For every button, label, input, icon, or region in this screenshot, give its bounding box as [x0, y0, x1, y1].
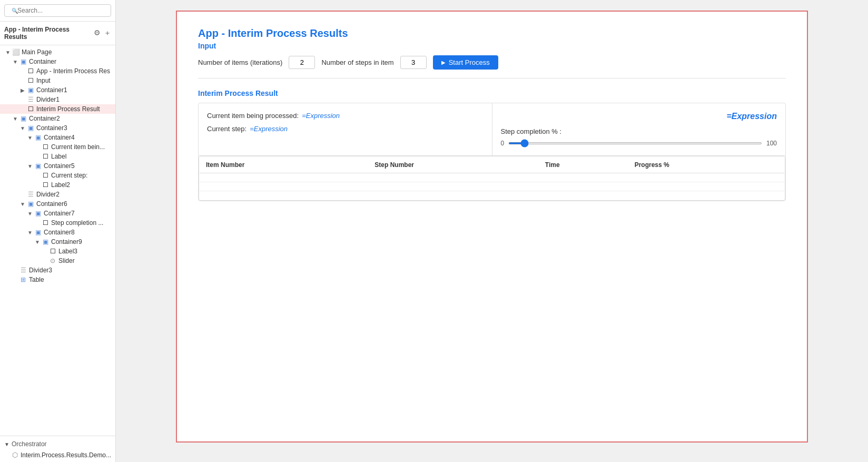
tree-toggle[interactable]: ▼ [26, 211, 34, 217]
tree-item-container2[interactable]: ▼▣Container2 [0, 114, 115, 123]
tree-toggle[interactable]: ▼ [26, 135, 34, 141]
table-row [200, 173, 785, 182]
tree-toggle[interactable]: ▼ [26, 163, 34, 169]
tree-item-divider3[interactable]: ☰Divider3 [0, 266, 115, 275]
tree-item-step-completion[interactable]: ☐Step completion ... [0, 218, 115, 228]
tree-item-container9[interactable]: ▼▣Container9 [0, 237, 115, 247]
page-icon: ⬜ [12, 48, 20, 56]
divider-icon: ☰ [26, 191, 35, 198]
current-item-label: Current item being processed: [207, 112, 299, 120]
tree-item-divider2[interactable]: ☰Divider2 [0, 190, 115, 199]
steps-input[interactable] [400, 56, 427, 69]
interim-right: =Expression Step completion % : 0 100 [492, 103, 786, 155]
tree-item-label: Container5 [44, 162, 75, 170]
tree-toggle[interactable]: ▼ [26, 230, 34, 235]
tree-toggle[interactable]: ▼ [19, 125, 26, 131]
interim-inner: Current item being processed: =Expressio… [199, 103, 785, 156]
tree-item-container6[interactable]: ▼▣Container6 [0, 199, 115, 209]
tree-item-container4[interactable]: ▼▣Container4 [0, 133, 115, 142]
tree-item-label: Current item bein... [51, 143, 105, 151]
text-icon: ☐ [41, 153, 50, 160]
text-icon: ☐ [41, 172, 50, 179]
items-label: Number of items (iterations) [198, 58, 282, 66]
tree-toggle[interactable]: ▼ [12, 116, 19, 122]
tree-item-label2[interactable]: ☐Label2 [0, 180, 115, 190]
tree-item-label: Input [36, 77, 51, 84]
divider-icon: ☰ [26, 96, 35, 103]
orchestrator-header[interactable]: ▼ Orchestrator [0, 438, 115, 450]
text-icon: ☐ [48, 248, 57, 255]
tree-toggle[interactable]: ▼ [19, 201, 26, 207]
tree-item-divider1[interactable]: ☰Divider1 [0, 95, 115, 104]
current-step-label: Current step: [207, 125, 246, 133]
tree-item-input-node[interactable]: ☐Input [0, 76, 115, 85]
slider-max: 100 [766, 140, 777, 147]
tree-item-app-interim[interactable]: ☐App - Interim Process Res [0, 66, 115, 76]
sidebar-header-actions: ⚙ ＋ [94, 28, 111, 38]
interim-section: Current item being processed: =Expressio… [198, 103, 786, 201]
text-icon: ☐ [26, 77, 35, 84]
tree-item-container7[interactable]: ▼▣Container7 [0, 209, 115, 218]
tree-item-label: Container4 [44, 134, 75, 141]
orchestrator-section: ▼ Orchestrator ⬡ Interim.Process.Results… [0, 436, 115, 462]
table-header-row: Item Number Step Number Time Progress % [200, 157, 785, 173]
tree-item-label3[interactable]: ☐Label3 [0, 247, 115, 256]
tree-toggle[interactable]: ▼ [34, 239, 41, 245]
tree-item-container5[interactable]: ▼▣Container5 [0, 161, 115, 171]
tree-item-label: Label2 [51, 181, 70, 189]
current-step-row: Current step: =Expression [207, 125, 484, 133]
container-icon: ▣ [26, 200, 35, 208]
col-progress: Progress % [628, 157, 785, 173]
tree-item-label: Container7 [44, 210, 75, 217]
items-input[interactable] [289, 56, 315, 69]
container-icon: ▣ [34, 162, 42, 170]
text-icon: ☐ [26, 67, 35, 75]
tree-item-interim-result[interactable]: ☐Interim Process Result [0, 104, 115, 114]
search-bar[interactable] [0, 0, 115, 22]
canvas: App - Interim Process Results Input Numb… [176, 11, 808, 443]
tree-toggle[interactable]: ▼ [12, 59, 19, 65]
tree-item-main-page[interactable]: ▼⬜Main Page [0, 47, 115, 57]
tree-item-slider[interactable]: ⊙Slider [0, 256, 115, 266]
tree-item-container3[interactable]: ▼▣Container3 [0, 123, 115, 133]
input-row: Number of items (iterations) Number of s… [198, 55, 786, 78]
tree-item-container[interactable]: ▼▣Container [0, 57, 115, 66]
add-icon[interactable]: ＋ [104, 28, 111, 38]
tree-item-label: Container9 [51, 238, 82, 245]
table-row [200, 182, 785, 191]
search-input[interactable] [4, 4, 111, 17]
tree-item-container8[interactable]: ▼▣Container8 [0, 228, 115, 237]
tree-item-label: App - Interim Process Res [36, 67, 110, 75]
component-tree: ▼⬜Main Page▼▣Container☐App - Interim Pro… [0, 45, 115, 436]
right-expression: =Expression [726, 112, 777, 121]
tree-item-label: Main Page [22, 48, 52, 56]
main-area: App - Interim Process Results Input Numb… [116, 0, 868, 462]
tree-item-table[interactable]: ⊞Table [0, 275, 115, 284]
start-process-button[interactable]: Start Process [433, 55, 498, 70]
container-icon: ▣ [34, 134, 42, 141]
tree-item-current-step[interactable]: ☐Current step: [0, 171, 115, 180]
steps-label: Number of steps in item [321, 58, 393, 66]
slider-icon: ⊙ [48, 257, 57, 264]
tree-item-label: Container2 [29, 115, 60, 122]
tree-item-label: Container1 [36, 86, 67, 94]
tree-item-label: Container6 [36, 200, 67, 208]
table-icon: ⊞ [19, 276, 27, 283]
gear-icon[interactable]: ⚙ [94, 28, 101, 38]
container-icon: ▣ [41, 238, 50, 245]
current-item-value: =Expression [302, 112, 340, 120]
tree-item-label: Label3 [58, 248, 77, 255]
sidebar: App - Interim Process Results ⚙ ＋ ▼⬜Main… [0, 0, 116, 462]
tree-item-current-item-being[interactable]: ☐Current item bein... [0, 142, 115, 152]
tree-toggle[interactable]: ▶ [19, 87, 26, 93]
tree-item-label[interactable]: ☐Label [0, 152, 115, 161]
orchestrator-item[interactable]: ⬡ Interim.Process.Results.Demo... [0, 450, 115, 460]
current-item-row: Current item being processed: =Expressio… [207, 112, 484, 120]
orchestrator-item-label: Interim.Process.Results.Demo... [21, 451, 111, 459]
tree-toggle[interactable]: ▼ [4, 50, 12, 55]
container-icon: ▣ [34, 210, 42, 217]
tree-item-container1[interactable]: ▶▣Container1 [0, 85, 115, 95]
result-table: Item Number Step Number Time Progress % [199, 156, 785, 200]
tree-item-label: Label [51, 153, 66, 160]
progress-slider[interactable] [508, 142, 762, 144]
